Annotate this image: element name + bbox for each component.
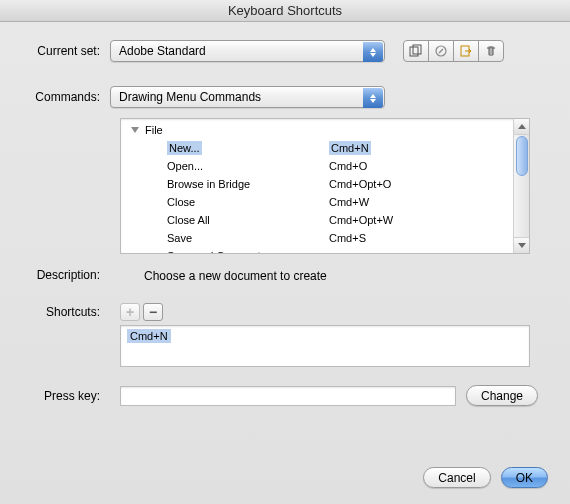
export-icon bbox=[459, 44, 473, 58]
tree-group-label: File bbox=[139, 124, 163, 136]
description-label: Description: bbox=[22, 268, 110, 283]
command-row[interactable]: Open...Cmd+O bbox=[121, 157, 529, 175]
command-name: New... bbox=[121, 142, 329, 154]
commands-value: Drawing Menu Commands bbox=[119, 90, 261, 104]
scroll-thumb[interactable] bbox=[516, 136, 528, 176]
command-name: Browse in Bridge bbox=[121, 178, 329, 190]
press-key-row: Press key: Change bbox=[22, 385, 550, 406]
scroll-down-arrow-icon[interactable] bbox=[514, 237, 530, 253]
command-row[interactable]: SaveCmd+S bbox=[121, 229, 529, 247]
remove-shortcut-button[interactable]: − bbox=[143, 303, 163, 321]
press-key-input[interactable] bbox=[120, 386, 456, 406]
command-name: Open... bbox=[121, 160, 329, 172]
description-row: Description: Choose a new document to cr… bbox=[22, 268, 550, 283]
shortcuts-label: Shortcuts: bbox=[22, 305, 110, 319]
command-row[interactable]: Browse in BridgeCmd+Opt+O bbox=[121, 175, 529, 193]
commands-row: Commands: Drawing Menu Commands bbox=[22, 86, 550, 108]
chevron-updown-icon bbox=[363, 42, 383, 62]
command-row[interactable]: CloseCmd+W bbox=[121, 193, 529, 211]
shortcut-item[interactable]: Cmd+N bbox=[127, 329, 171, 343]
command-name: Close bbox=[121, 196, 329, 208]
commands-select[interactable]: Drawing Menu Commands bbox=[110, 86, 385, 108]
current-set-value: Adobe Standard bbox=[119, 44, 206, 58]
commands-label: Commands: bbox=[22, 90, 110, 104]
current-set-row: Current set: Adobe Standard bbox=[22, 40, 550, 62]
rename-set-button[interactable] bbox=[428, 40, 454, 62]
delete-set-button[interactable] bbox=[478, 40, 504, 62]
command-row[interactable]: Save and Compact bbox=[121, 247, 529, 254]
commands-tree[interactable]: File New...Cmd+NOpen...Cmd+OBrowse in Br… bbox=[120, 118, 530, 254]
command-name: Close All bbox=[121, 214, 329, 226]
command-shortcut: Cmd+W bbox=[329, 196, 529, 208]
command-shortcut: Cmd+N bbox=[329, 142, 529, 154]
command-shortcut: Cmd+Opt+O bbox=[329, 178, 529, 190]
svg-line-3 bbox=[439, 49, 443, 53]
change-button[interactable]: Change bbox=[466, 385, 538, 406]
shortcuts-list[interactable]: Cmd+N bbox=[120, 325, 530, 367]
pencil-circle-icon bbox=[434, 44, 448, 58]
press-key-label: Press key: bbox=[22, 389, 110, 403]
command-shortcut: Cmd+Opt+W bbox=[329, 214, 529, 226]
description-text: Choose a new document to create bbox=[144, 268, 327, 283]
command-shortcut: Cmd+S bbox=[329, 232, 529, 244]
window-title: Keyboard Shortcuts bbox=[0, 0, 570, 22]
chevron-updown-icon bbox=[363, 88, 383, 108]
export-set-button[interactable] bbox=[453, 40, 479, 62]
ok-button[interactable]: OK bbox=[501, 467, 548, 488]
duplicate-set-button[interactable] bbox=[403, 40, 429, 62]
svg-rect-1 bbox=[413, 45, 421, 54]
current-set-select[interactable]: Adobe Standard bbox=[110, 40, 385, 62]
cancel-button[interactable]: Cancel bbox=[423, 467, 490, 488]
command-name: Save and Compact bbox=[121, 250, 329, 254]
duplicate-icon bbox=[409, 44, 423, 58]
scrollbar[interactable] bbox=[513, 119, 529, 253]
add-shortcut-button[interactable]: + bbox=[120, 303, 140, 321]
svg-rect-0 bbox=[410, 47, 418, 56]
command-row[interactable]: New...Cmd+N bbox=[121, 139, 529, 157]
shortcuts-header: Shortcuts: + − bbox=[22, 303, 550, 321]
command-row[interactable]: Close AllCmd+Opt+W bbox=[121, 211, 529, 229]
disclosure-triangle-icon bbox=[131, 127, 139, 133]
command-name: Save bbox=[121, 232, 329, 244]
command-shortcut: Cmd+O bbox=[329, 160, 529, 172]
current-set-label: Current set: bbox=[22, 44, 110, 58]
scroll-up-arrow-icon[interactable] bbox=[514, 119, 530, 135]
tree-group-row[interactable]: File bbox=[121, 121, 529, 139]
trash-icon bbox=[484, 44, 498, 58]
